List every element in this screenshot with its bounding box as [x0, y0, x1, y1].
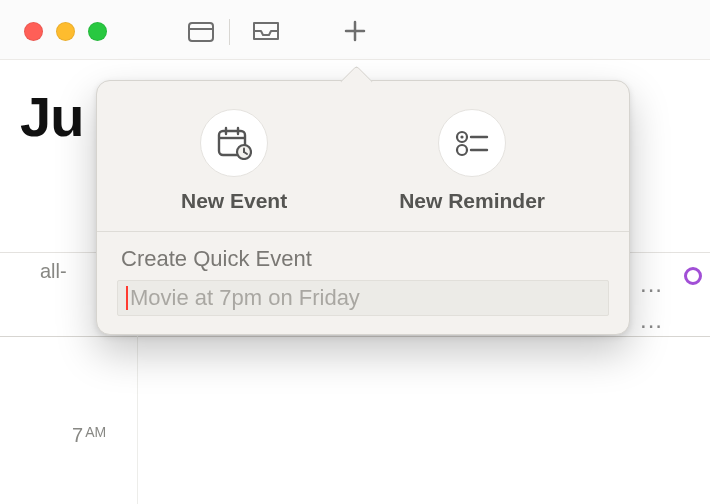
toolbar-separator — [229, 19, 230, 45]
window-close-button[interactable] — [24, 22, 43, 41]
toolbar-inbox-button[interactable] — [253, 20, 279, 42]
calendar-add-icon — [200, 109, 268, 177]
svg-rect-0 — [189, 23, 213, 41]
toolbar-calendars-button[interactable] — [188, 20, 214, 42]
overflow-indicator[interactable]: ... — [640, 270, 663, 298]
month-title: Ju — [20, 84, 83, 149]
reminders-icon — [438, 109, 506, 177]
quick-event-heading: Create Quick Event — [121, 246, 609, 272]
all-day-event-marker[interactable] — [684, 267, 702, 285]
popover-actions-row: New Event New Reminder — [117, 103, 609, 231]
grid-line — [137, 336, 138, 504]
new-event-label: New Event — [181, 189, 287, 213]
window-zoom-button[interactable] — [88, 22, 107, 41]
new-reminder-button[interactable]: New Reminder — [399, 109, 545, 213]
time-hour: 7 — [72, 424, 83, 446]
window-toolbar — [0, 0, 710, 60]
popover-divider — [97, 231, 629, 232]
quick-event-placeholder: Movie at 7pm on Friday — [130, 285, 360, 311]
toolbar-add-button[interactable] — [342, 20, 368, 42]
divider — [0, 336, 710, 337]
text-caret — [126, 286, 128, 310]
window-controls — [24, 22, 107, 41]
svg-point-12 — [460, 135, 463, 138]
plus-icon — [344, 20, 366, 42]
inbox-icon — [252, 21, 280, 41]
new-event-button[interactable]: New Event — [181, 109, 287, 213]
all-day-label: all- — [40, 260, 67, 283]
time-label-7am: 7AM — [72, 424, 106, 447]
overflow-indicator[interactable]: ... — [640, 306, 663, 334]
new-reminder-label: New Reminder — [399, 189, 545, 213]
quick-event-input[interactable]: Movie at 7pm on Friday — [117, 280, 609, 316]
time-ampm: AM — [85, 424, 106, 440]
calendar-icon — [188, 20, 214, 42]
add-popover: New Event New Reminder Create Quick Even… — [96, 80, 630, 335]
svg-point-14 — [457, 145, 467, 155]
window-minimize-button[interactable] — [56, 22, 75, 41]
